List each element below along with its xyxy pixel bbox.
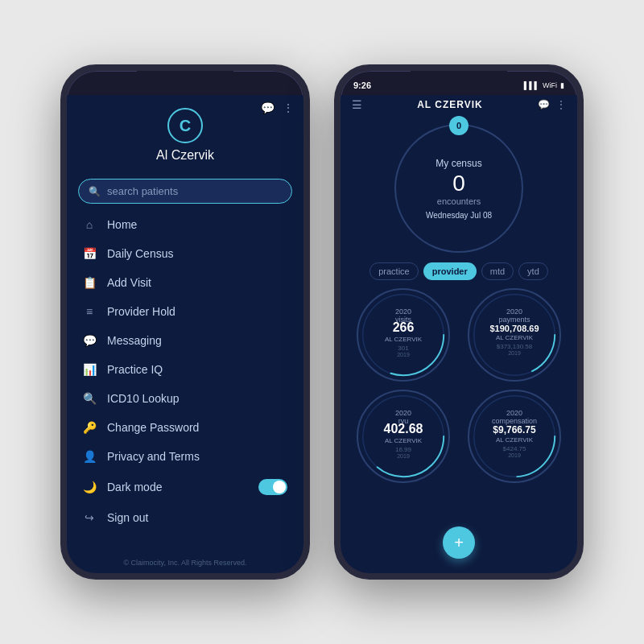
key-icon: 🔑 bbox=[83, 421, 96, 434]
census-date: Wednesday Jul 08 bbox=[426, 211, 492, 220]
menu-label-home: Home bbox=[107, 218, 137, 231]
user-name: Al Czervik bbox=[156, 148, 214, 163]
tab-practice[interactable]: practice bbox=[369, 262, 419, 280]
menu-label-privacy: Privacy and Terms bbox=[107, 450, 200, 463]
menu-label-daily-census: Daily Census bbox=[107, 247, 173, 260]
stat-year-rvu: 2020 bbox=[395, 409, 411, 417]
menu-item-provider-hold[interactable]: ≡ Provider Hold bbox=[67, 297, 303, 326]
stat-circle-compensation: 2020 compensation $9,766.75 AL CZERVIK $… bbox=[468, 390, 561, 483]
message-icon[interactable]: 💬 bbox=[261, 101, 275, 114]
scene: 💬 ⋮ C Al Czervik 🔍 search patients ⌂ Hom… bbox=[0, 0, 644, 644]
fab-button[interactable]: + bbox=[443, 526, 475, 559]
tab-mtd[interactable]: mtd bbox=[481, 262, 514, 280]
stat-arc-visits bbox=[358, 290, 448, 380]
dash-more-icon[interactable]: ⋮ bbox=[556, 99, 566, 110]
dark-mode-icon: 🌙 bbox=[83, 481, 96, 493]
messaging-icon: 💬 bbox=[83, 334, 96, 347]
menu-label-provider-hold: Provider Hold bbox=[107, 305, 175, 318]
menu-item-icd10[interactable]: 🔍 ICD10 Lookup bbox=[67, 384, 303, 413]
dash-chat-icon[interactable]: 💬 bbox=[538, 99, 550, 110]
stat-rvu: 2020 rvu 402.68 AL CZERVIK 16.99 2019 bbox=[352, 390, 455, 483]
battery-icon: ▮ bbox=[560, 81, 564, 89]
phone-menu: 💬 ⋮ C Al Czervik 🔍 search patients ⌂ Hom… bbox=[60, 64, 310, 580]
menu-label-icd10: ICD10 Lookup bbox=[107, 392, 180, 405]
menu-item-change-password[interactable]: 🔑 Change Password bbox=[67, 413, 303, 442]
stats-grid: 2020 visits 266 AL CZERVIK 301 2019 bbox=[341, 288, 577, 483]
menu-label-dark-mode: Dark mode bbox=[107, 481, 162, 493]
home-icon: ⌂ bbox=[83, 218, 96, 231]
footer-text: © Claimocity, Inc. All Rights Reserved. bbox=[67, 552, 303, 573]
menu-item-privacy[interactable]: 👤 Privacy and Terms bbox=[67, 442, 303, 471]
hamburger-icon[interactable]: ☰ bbox=[352, 98, 362, 111]
phone-dashboard: 9:26 ▌▌▌ WiFi ▮ ☰ AL CZERVIK 💬 ⋮ 0 My ce… bbox=[334, 64, 584, 580]
stat-type-rvu: rvu bbox=[398, 417, 409, 425]
menu-item-sign-out[interactable]: ↪ Sign out bbox=[67, 503, 303, 532]
stat-circle-visits: 2020 visits 266 AL CZERVIK 301 2019 bbox=[357, 288, 450, 382]
menu-label-messaging: Messaging bbox=[107, 334, 162, 347]
dashboard-action-icons: 💬 ⋮ bbox=[538, 99, 566, 110]
tab-provider[interactable]: provider bbox=[423, 262, 477, 280]
notch-2 bbox=[411, 71, 507, 90]
notch bbox=[137, 71, 233, 90]
menu-item-messaging[interactable]: 💬 Messaging bbox=[67, 326, 303, 355]
stat-payments: 2020 payments $190,708.69 AL CZERVIK $37… bbox=[463, 288, 566, 382]
search-bar[interactable]: 🔍 search patients bbox=[78, 179, 292, 204]
dashboard-header: ☰ AL CZERVIK 💬 ⋮ bbox=[341, 95, 577, 118]
stat-year-payments: 2020 bbox=[506, 308, 522, 316]
provider-hold-icon: ≡ bbox=[83, 305, 96, 318]
census-circle: 0 My census 0 encounters Wednesday Jul 0… bbox=[394, 124, 523, 253]
tab-bar: practice provider mtd ytd bbox=[341, 262, 577, 280]
menu-item-dark-mode[interactable]: 🌙 Dark mode bbox=[67, 471, 303, 503]
menu-item-add-visit[interactable]: 📋 Add Visit bbox=[67, 268, 303, 297]
stat-arc-payments bbox=[469, 290, 559, 380]
menu-label-practice-iq: Practice IQ bbox=[107, 363, 163, 376]
stat-year-visits: 2020 bbox=[395, 308, 411, 316]
tab-ytd[interactable]: ytd bbox=[518, 262, 548, 280]
add-visit-icon: 📋 bbox=[83, 276, 96, 289]
stat-arc-compensation bbox=[469, 391, 559, 481]
signal-icon: ▌▌▌ bbox=[524, 81, 539, 89]
menu-label-change-password: Change Password bbox=[107, 421, 199, 434]
more-icon[interactable]: ⋮ bbox=[283, 101, 294, 114]
wifi-icon: WiFi bbox=[543, 81, 557, 89]
icd10-icon: 🔍 bbox=[83, 392, 96, 405]
menu-label-add-visit: Add Visit bbox=[107, 276, 151, 289]
sign-out-icon: ↪ bbox=[83, 511, 96, 524]
logo-circle: C bbox=[167, 108, 203, 143]
dark-mode-toggle-container bbox=[258, 479, 287, 495]
menu-list: ⌂ Home 📅 Daily Census 📋 Add Visit ≡ Prov… bbox=[67, 207, 303, 552]
stat-visits: 2020 visits 266 AL CZERVIK 301 2019 bbox=[352, 288, 455, 382]
census-label: My census bbox=[436, 158, 481, 169]
practice-iq-icon: 📊 bbox=[83, 363, 96, 376]
stat-type-payments: payments bbox=[498, 316, 530, 324]
census-encounters: encounters bbox=[437, 196, 481, 206]
logo-letter: C bbox=[180, 117, 191, 135]
census-number: 0 bbox=[452, 172, 465, 195]
stat-type-visits: visits bbox=[395, 316, 411, 324]
header-action-icons: 💬 ⋮ bbox=[261, 101, 294, 114]
privacy-icon: 👤 bbox=[83, 450, 96, 463]
menu-item-practice-iq[interactable]: 📊 Practice IQ bbox=[67, 355, 303, 384]
status-time-2: 9:26 bbox=[353, 80, 371, 90]
calendar-icon: 📅 bbox=[83, 247, 96, 260]
census-badge: 0 bbox=[449, 116, 469, 135]
menu-label-sign-out: Sign out bbox=[107, 511, 148, 524]
dashboard-title: AL CZERVIK bbox=[417, 99, 483, 110]
dashboard-screen: ☰ AL CZERVIK 💬 ⋮ 0 My census 0 encounter… bbox=[341, 95, 577, 573]
stat-circle-payments: 2020 payments $190,708.69 AL CZERVIK $37… bbox=[468, 288, 561, 382]
stat-arc-rvu bbox=[358, 391, 448, 481]
census-container: 0 My census 0 encounters Wednesday Jul 0… bbox=[341, 124, 577, 253]
stat-type-comp: compensation bbox=[492, 417, 537, 425]
menu-screen: 💬 ⋮ C Al Czervik 🔍 search patients ⌂ Hom… bbox=[67, 95, 303, 573]
user-header: 💬 ⋮ C Al Czervik bbox=[67, 95, 303, 172]
dark-mode-toggle[interactable] bbox=[258, 479, 287, 495]
stat-circle-rvu: 2020 rvu 402.68 AL CZERVIK 16.99 2019 bbox=[357, 390, 450, 483]
search-placeholder: search patients bbox=[107, 185, 178, 197]
stat-compensation: 2020 compensation $9,766.75 AL CZERVIK $… bbox=[463, 390, 566, 483]
search-icon: 🔍 bbox=[89, 186, 101, 197]
menu-item-daily-census[interactable]: 📅 Daily Census bbox=[67, 239, 303, 268]
status-icons-2: ▌▌▌ WiFi ▮ bbox=[524, 81, 564, 89]
stat-year-comp: 2020 bbox=[506, 409, 522, 417]
menu-item-home[interactable]: ⌂ Home bbox=[67, 210, 303, 239]
